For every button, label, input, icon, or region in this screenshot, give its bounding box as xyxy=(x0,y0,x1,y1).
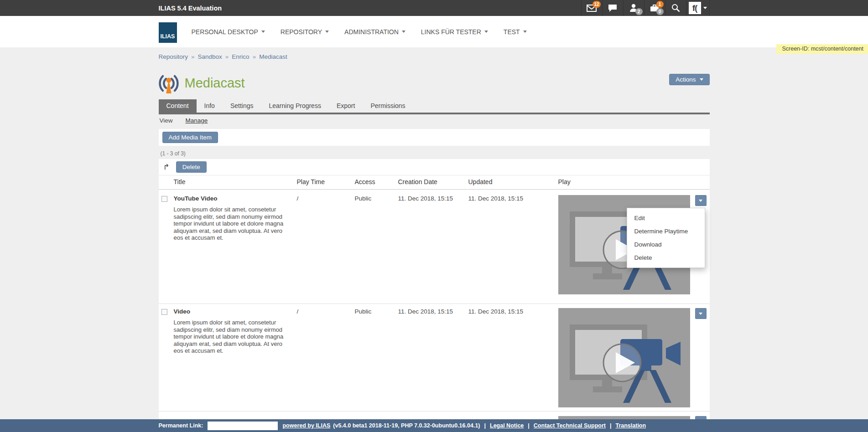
table-row: Video Lorem ipsum dolor sit amet, conset… xyxy=(159,304,710,411)
chevron-down-icon xyxy=(325,31,329,33)
chevron-down-icon xyxy=(402,31,405,33)
version-info: (v5.4.0 beta1 2018-11-19, PHP 7.0.32-0ub… xyxy=(333,422,480,429)
permalink-label: Permanent Link: xyxy=(159,422,203,429)
media-description: Lorem ipsum dolor sit amet, consetetur s… xyxy=(174,319,285,355)
play-time-value: / xyxy=(297,308,355,407)
actions-button[interactable]: Actions xyxy=(669,74,709,85)
ilias-logo[interactable]: ILIAS xyxy=(159,22,177,43)
breadcrumb-mediacast[interactable]: Mediacast xyxy=(259,53,287,60)
permalink-input[interactable] xyxy=(208,422,278,430)
menu-item-edit[interactable]: Edit xyxy=(627,211,705,225)
search-icon xyxy=(671,4,680,12)
table-selection-toolbar: ↱ Delete xyxy=(159,159,710,175)
briefcase-button[interactable]: 1 0 xyxy=(644,0,665,16)
translation-link[interactable]: Translation xyxy=(615,422,646,429)
subtab-view[interactable]: View xyxy=(160,117,173,124)
footer-bar: Permanent Link: powered by ILIAS (v5.4.0… xyxy=(0,419,868,432)
media-description: Lorem ipsum dolor sit amet, consetetur s… xyxy=(174,206,285,242)
video-thumbnail[interactable] xyxy=(558,308,690,407)
contacts-button[interactable]: 2 xyxy=(623,0,644,16)
screen-id-badge: Screen-ID: mcst/content/content xyxy=(776,44,868,54)
tab-info[interactable]: Info xyxy=(197,99,223,113)
menu-item-delete[interactable]: Delete xyxy=(627,251,705,264)
menu-repository[interactable]: REPOSITORY xyxy=(281,28,329,36)
chevron-down-icon xyxy=(699,313,702,315)
search-button[interactable] xyxy=(665,0,686,16)
access-value: Public xyxy=(355,195,398,294)
page-title: Mediacast xyxy=(185,76,245,91)
result-range: (1 - 3 of 3) xyxy=(159,150,710,157)
tab-export[interactable]: Export xyxy=(329,99,363,113)
row-actions-dropdown-button[interactable] xyxy=(695,308,707,319)
breadcrumb-sandbox[interactable]: Sandbox xyxy=(198,53,222,60)
chevron-down-icon xyxy=(700,78,703,81)
col-title: Title xyxy=(174,178,297,185)
powered-by-link[interactable]: powered by ILIAS xyxy=(282,422,330,429)
access-value: Public xyxy=(355,308,398,407)
mail-button[interactable]: 12 xyxy=(581,0,602,16)
media-table: ↱ Delete Title Play Time Access Creation… xyxy=(159,159,710,432)
chevron-down-icon xyxy=(261,31,265,33)
row-actions-menu: Edit Determine Playtime Download Delete xyxy=(627,208,705,268)
avatar: f( xyxy=(689,2,701,14)
tab-permissions[interactable]: Permissions xyxy=(363,99,413,113)
col-play-time: Play Time xyxy=(297,178,355,185)
top-bar: ILIAS 5.4 Evaluation 12 2 xyxy=(0,0,868,16)
breadcrumb-repository[interactable]: Repository xyxy=(159,53,188,60)
col-creation-date: Creation Date xyxy=(398,178,468,185)
briefcase-badge-bottom: 0 xyxy=(656,8,664,15)
menu-personal-desktop[interactable]: PERSONAL DESKTOP xyxy=(192,28,265,36)
legal-notice-link[interactable]: Legal Notice xyxy=(490,422,524,429)
menu-test[interactable]: TEST xyxy=(504,28,527,36)
subtab-bar: View Manage xyxy=(159,114,710,128)
updated-value: 11. Dec 2018, 15:15 xyxy=(468,308,558,407)
breadcrumb: Repository » Sandbox » Enrico » Mediacas… xyxy=(159,47,710,60)
breadcrumb-enrico[interactable]: Enrico xyxy=(232,53,249,60)
menu-item-determine-playtime[interactable]: Determine Playtime xyxy=(627,225,705,238)
add-media-item-button[interactable]: Add Media Item xyxy=(162,132,218,143)
contacts-badge: 2 xyxy=(635,8,643,15)
main-nav-bar: ILIAS PERSONAL DESKTOP REPOSITORY ADMINI… xyxy=(0,16,868,47)
updated-value: 11. Dec 2018, 15:15 xyxy=(468,195,558,294)
play-time-value: / xyxy=(297,195,355,294)
row-actions-dropdown-button[interactable] xyxy=(695,195,707,206)
table-header-row: Title Play Time Access Creation Date Upd… xyxy=(159,175,710,190)
creation-date-value: 11. Dec 2018, 15:15 xyxy=(398,308,468,407)
briefcase-badge-top: 1 xyxy=(656,1,664,8)
contact-support-link[interactable]: Contact Technical Support xyxy=(534,422,606,429)
chat-button[interactable] xyxy=(602,0,623,16)
creation-date-value: 11. Dec 2018, 15:15 xyxy=(398,195,468,294)
tab-bar: Content Info Settings Learning Progress … xyxy=(159,99,710,114)
menu-item-download[interactable]: Download xyxy=(627,238,705,251)
broadcast-icon xyxy=(159,72,179,94)
row-checkbox[interactable] xyxy=(161,309,167,315)
chat-icon xyxy=(608,4,617,12)
row-checkbox[interactable] xyxy=(161,196,167,202)
tab-settings[interactable]: Settings xyxy=(223,99,261,113)
user-menu-button[interactable]: f( xyxy=(686,0,710,16)
media-title: Video xyxy=(174,308,297,315)
tab-content[interactable]: Content xyxy=(159,99,197,113)
menu-links-fuer-tester[interactable]: LINKS FÜR TESTER xyxy=(421,28,488,36)
apply-to-selection-arrow-icon: ↱ xyxy=(163,163,170,171)
video-placeholder-graphic xyxy=(558,308,690,407)
table-row: YouTube Video Lorem ipsum dolor sit amet… xyxy=(159,190,710,304)
app-title: ILIAS 5.4 Evaluation xyxy=(159,5,222,12)
col-play: Play xyxy=(558,178,710,185)
tab-learning-progress[interactable]: Learning Progress xyxy=(261,99,329,113)
main-menu: PERSONAL DESKTOP REPOSITORY ADMINISTRATI… xyxy=(192,28,527,36)
col-access: Access xyxy=(355,178,398,185)
subtab-manage[interactable]: Manage xyxy=(186,117,208,124)
menu-administration[interactable]: ADMINISTRATION xyxy=(344,28,405,36)
chevron-down-icon xyxy=(703,7,707,9)
chevron-down-icon xyxy=(699,200,702,202)
topbar-icon-group: 12 2 1 0 xyxy=(581,0,710,16)
mail-badge: 12 xyxy=(593,1,600,8)
delete-selected-button[interactable]: Delete xyxy=(176,161,207,173)
col-updated: Updated xyxy=(468,178,558,185)
chevron-down-icon xyxy=(484,31,488,33)
page-header: Mediacast Actions xyxy=(159,72,710,94)
toolbar-panel: Add Media Item xyxy=(159,129,710,146)
main-content: Repository » Sandbox » Enrico » Mediacas… xyxy=(159,47,710,432)
media-title: YouTube Video xyxy=(174,195,297,202)
